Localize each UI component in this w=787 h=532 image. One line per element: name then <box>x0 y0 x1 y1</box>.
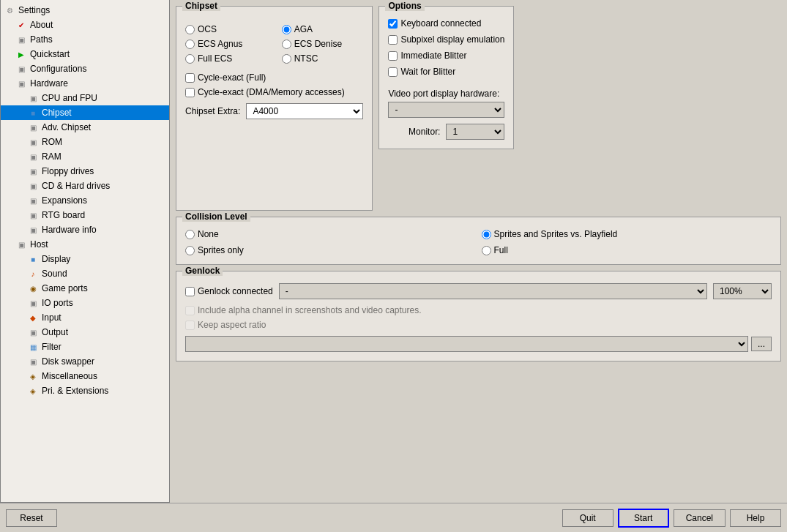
chipset-radio-input-full_ecs[interactable] <box>185 54 195 64</box>
sidebar-item-output[interactable]: ▣Output <box>1 325 169 340</box>
collision-radio-input-sprites_playfield[interactable] <box>482 230 491 239</box>
genlock-connected-checkbox[interactable] <box>185 287 195 296</box>
sidebar-item-ioports[interactable]: ▣IO ports <box>1 296 169 310</box>
sidebar-item-diskswapper[interactable]: ▣Disk swapper <box>1 354 169 369</box>
alpha-check-row: Include alpha channel in screenshots and… <box>185 305 772 315</box>
chipset-radio-ocs[interactable]: OCS <box>185 24 267 34</box>
option-check-wait_for_blitter[interactable]: Wait for Blitter <box>388 67 504 77</box>
sidebar-item-hardware[interactable]: ▣Hardware <box>1 76 169 91</box>
chipset-radio-input-ocs[interactable] <box>185 25 195 34</box>
cancel-button[interactable]: Cancel <box>674 509 726 527</box>
option-check-keyboard_connected[interactable]: Keyboard connected <box>388 18 504 29</box>
keyboard_connected-checkbox[interactable] <box>388 19 398 29</box>
sidebar-item-about[interactable]: ✔About <box>1 18 169 32</box>
sidebar-item-chipset[interactable]: ■Chipset <box>1 105 169 120</box>
settings-icon: ⚙ <box>4 4 15 16</box>
sidebar-item-rtg[interactable]: ▣RTG board <box>1 208 169 222</box>
collision-section: Collision Level NoneSprites and Sprites … <box>176 217 781 265</box>
collision-grid: NoneSprites and Sprites vs. PlayfieldSpr… <box>185 229 772 255</box>
chipset-radio-input-aga[interactable] <box>282 25 291 34</box>
chipset-radio-label-ntsc: NTSC <box>294 53 318 64</box>
collision-radio-input-full[interactable] <box>482 246 491 255</box>
sidebar-item-misc[interactable]: ◈Miscellaneous <box>1 369 169 383</box>
reset-button[interactable]: Reset <box>6 509 57 527</box>
cycle_exact_dma-checkbox[interactable] <box>185 88 195 97</box>
cd-icon: ▣ <box>27 180 39 192</box>
chipset-radio-full_ecs[interactable]: Full ECS <box>185 53 267 64</box>
sidebar-item-cd[interactable]: ▣CD & Hard drives <box>1 179 169 193</box>
sidebar-item-paths[interactable]: ▣Paths <box>1 32 169 47</box>
ioports-label: IO ports <box>42 298 73 308</box>
sidebar-item-display[interactable]: ■Display <box>1 252 169 266</box>
chipset-extra-row: Chipset Extra: A4000A500A500+A600A1200A2… <box>185 103 363 119</box>
chipset-radio-input-ecs_denise[interactable] <box>282 40 291 49</box>
chipset-extra-select[interactable]: A4000A500A500+A600A1200A2000A3000 <box>246 103 363 119</box>
sidebar-item-inputitem[interactable]: ◆Input <box>1 310 169 325</box>
aspect-checkbox[interactable] <box>185 321 195 330</box>
sidebar-item-expansions[interactable]: ▣Expansions <box>1 193 169 208</box>
chipset-check-cycle_exact_full[interactable]: Cycle-exact (Full) <box>185 72 363 83</box>
chipset-icon: ■ <box>27 107 39 119</box>
chipset-radio-label-ecs_denise: ECS Denise <box>294 39 342 49</box>
collision-title: Collision Level <box>182 211 250 222</box>
collision-radio-input-none[interactable] <box>185 230 195 239</box>
subpixel_display-checkbox[interactable] <box>388 35 398 45</box>
option-check-immediate_blitter[interactable]: Immediate Blitter <box>388 50 504 61</box>
collision-radio-full[interactable]: Full <box>482 245 772 255</box>
help-button[interactable]: Help <box>730 509 781 527</box>
genlock-connected-check[interactable]: Genlock connected <box>185 286 273 296</box>
rom-icon: ▣ <box>27 136 39 148</box>
sidebar-item-host[interactable]: ▣Host <box>1 237 169 252</box>
immediate_blitter-checkbox[interactable] <box>388 51 398 61</box>
chipset-radio-input-ntsc[interactable] <box>282 54 291 64</box>
sidebar-item-floppy[interactable]: ▣Floppy drives <box>1 164 169 179</box>
genlock-text-select[interactable] <box>185 336 748 352</box>
floppy-label: Floppy drives <box>42 166 94 176</box>
wait_for_blitter-checkbox[interactable] <box>388 67 398 77</box>
alpha-checkbox[interactable] <box>185 306 195 315</box>
chipset-radio-ntsc[interactable]: NTSC <box>282 53 364 64</box>
sidebar-item-pri[interactable]: ◈Pri. & Extensions <box>1 383 169 398</box>
video-port-select[interactable]: - <box>388 102 504 118</box>
genlock-percent-select[interactable]: 100% <box>713 283 772 299</box>
chipset-radio-aga[interactable]: AGA <box>282 24 364 34</box>
option-check-subpixel_display[interactable]: Subpixel display emulation <box>388 34 504 45</box>
monitor-select[interactable]: 1 <box>446 124 504 140</box>
sidebar-item-rom[interactable]: ▣ROM <box>1 135 169 149</box>
cycle_exact_full-label: Cycle-exact (Full) <box>198 72 266 83</box>
sidebar-item-ram[interactable]: ▣RAM <box>1 149 169 164</box>
collision-radio-sprites_playfield[interactable]: Sprites and Sprites vs. Playfield <box>482 229 772 239</box>
collision-radio-input-sprites_only[interactable] <box>185 246 195 255</box>
alpha-label: Include alpha channel in screenshots and… <box>198 305 422 315</box>
paths-label: Paths <box>30 34 53 45</box>
chipset-radio-ecs_agnus[interactable]: ECS Agnus <box>185 39 267 49</box>
sidebar-item-sound[interactable]: ♪Sound <box>1 266 169 281</box>
configurations-label: Configurations <box>30 64 86 74</box>
sidebar-item-settings[interactable]: ⚙Settings <box>1 3 169 18</box>
chipset-section: Chipset OCSAGAECS AgnusECS DeniseFull EC… <box>176 6 373 211</box>
sidebar-item-gameports[interactable]: ◉Game ports <box>1 281 169 296</box>
sidebar-item-configurations[interactable]: ▣Configurations <box>1 61 169 76</box>
sidebar-item-filter[interactable]: ▦Filter <box>1 340 169 354</box>
aspect-label: Keep aspect ratio <box>198 320 266 330</box>
monitor-label: Monitor: <box>409 127 440 137</box>
sidebar-item-hwinfo[interactable]: ▣Hardware info <box>1 222 169 237</box>
start-button[interactable]: Start <box>618 509 669 528</box>
quit-button[interactable]: Quit <box>562 509 613 527</box>
browse-button[interactable]: ... <box>751 337 772 351</box>
chipset-radio-ecs_denise[interactable]: ECS Denise <box>282 39 364 49</box>
chipset-check-cycle_exact_dma[interactable]: Cycle-exact (DMA/Memory accesses) <box>185 87 363 97</box>
diskswapper-icon: ▣ <box>27 356 39 367</box>
sidebar-item-adv_chipset[interactable]: ▣Adv. Chipset <box>1 120 169 135</box>
collision-radio-none[interactable]: None <box>185 229 476 239</box>
sidebar-item-quickstart[interactable]: ▶Quickstart <box>1 47 169 61</box>
collision-radio-sprites_only[interactable]: Sprites only <box>185 245 476 255</box>
about-label: About <box>30 20 53 30</box>
cycle_exact_full-checkbox[interactable] <box>185 73 195 83</box>
adv_chipset-label: Adv. Chipset <box>42 122 91 132</box>
ram-label: RAM <box>42 151 61 162</box>
sidebar-item-cpu[interactable]: ▣CPU and FPU <box>1 91 169 105</box>
output-label: Output <box>42 327 68 337</box>
genlock-dropdown[interactable]: - <box>279 283 707 299</box>
chipset-radio-input-ecs_agnus[interactable] <box>185 40 195 49</box>
